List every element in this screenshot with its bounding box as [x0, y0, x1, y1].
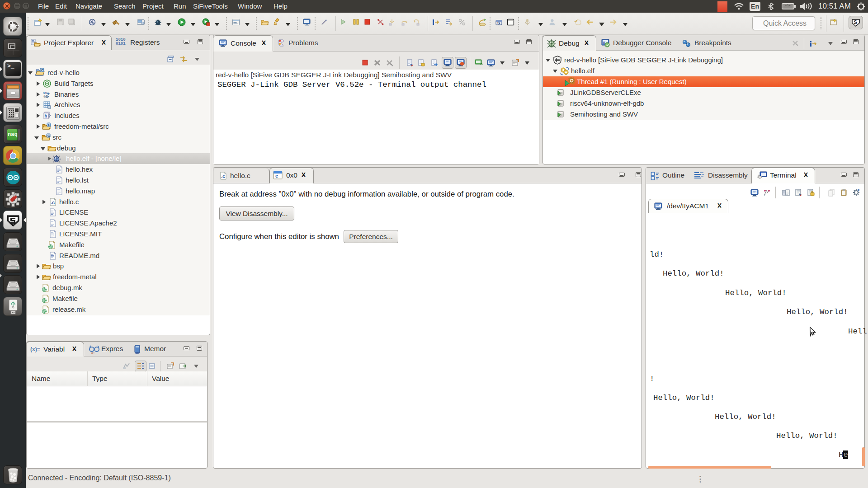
- svg-text:x=: x=: [91, 351, 95, 354]
- svg-text:S: S: [854, 19, 857, 25]
- svg-text:S: S: [497, 21, 500, 25]
- svg-text:c: c: [275, 173, 278, 178]
